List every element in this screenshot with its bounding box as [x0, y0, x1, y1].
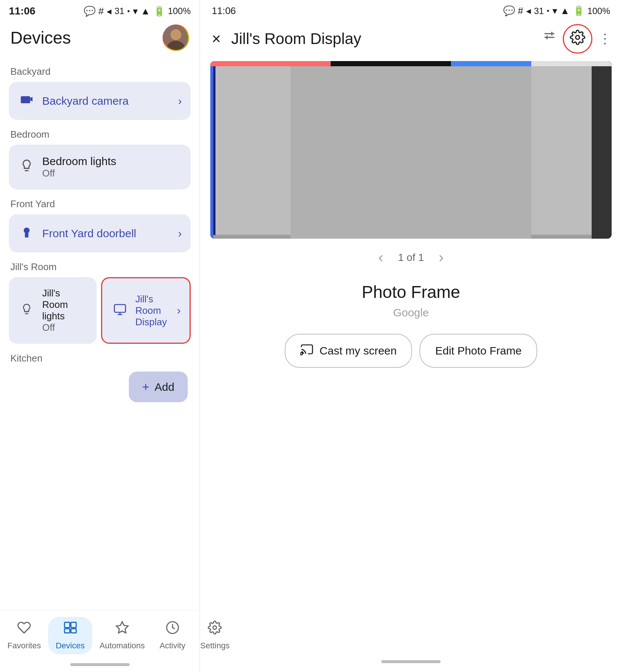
carousel-next[interactable]: ›	[436, 246, 447, 269]
device-status-bedroom-lights: Off	[42, 168, 182, 179]
chevron-icon-frontyard: ›	[178, 227, 182, 240]
battery-icon: 🔋	[153, 6, 165, 17]
devices-icon	[63, 621, 77, 638]
nav-item-favorites[interactable]: Favorites	[0, 617, 48, 654]
svg-rect-28	[433, 61, 508, 64]
svg-rect-14	[71, 629, 76, 633]
avatar-image	[164, 26, 188, 50]
svg-marker-3	[30, 97, 33, 102]
svg-rect-27	[285, 61, 433, 64]
svg-rect-8	[114, 305, 126, 312]
device-screenshot	[210, 61, 612, 239]
signal-icon: ▲	[141, 6, 150, 17]
left-status-icons: 💬 # ◂ 31 • ▾ ▲ 🔋 100%	[84, 6, 191, 17]
card-info-jills-room-display: Jill's Room Display	[136, 293, 171, 328]
svg-rect-11	[64, 622, 70, 628]
edit-photo-frame-button[interactable]: Edit Photo Frame	[419, 334, 537, 368]
card-info-jills-room-lights: Jill's Room lights Off	[42, 288, 88, 333]
svg-point-31	[300, 353, 302, 355]
r-signal-icon: ▲	[560, 5, 570, 17]
location-icon: ◂	[107, 6, 111, 17]
svg-rect-26	[210, 61, 285, 64]
left-time: 11:06	[9, 5, 36, 17]
settings-gear-button[interactable]	[563, 24, 592, 54]
svg-point-5	[24, 228, 30, 233]
nav-label-settings: Settings	[200, 641, 230, 651]
section-label-kitchen: Kitchen	[10, 353, 191, 364]
cast-screen-label: Cast my screen	[320, 345, 397, 357]
device-card-backyard-camera[interactable]: Backyard camera ›	[9, 82, 191, 120]
device-card-jills-room-lights[interactable]: Jill's Room lights Off	[9, 277, 97, 344]
settings-icon	[208, 621, 222, 638]
svg-point-22	[576, 35, 580, 39]
r-battery-icon: 🔋	[573, 5, 585, 17]
add-label: Add	[155, 381, 174, 393]
edit-photo-frame-label: Edit Photo Frame	[435, 345, 521, 357]
card-info-bedroom-lights: Bedroom lights Off	[42, 155, 182, 179]
nav-label-devices: Devices	[56, 641, 84, 651]
light-icon-jills-room	[18, 303, 36, 319]
card-info-backyard-camera: Backyard camera	[42, 95, 171, 107]
bottom-handle	[70, 663, 130, 666]
section-label-frontyard: Front Yard	[10, 198, 191, 210]
carousel-prev[interactable]: ‹	[375, 246, 386, 269]
device-card-jills-room-display[interactable]: Jill's Room Display ›	[101, 277, 191, 344]
display-icon	[111, 302, 129, 319]
close-button[interactable]: ×	[210, 28, 223, 49]
avatar[interactable]	[163, 24, 189, 51]
r-messenger-icon: 💬	[503, 5, 515, 17]
nav-item-settings[interactable]: Settings	[193, 617, 237, 654]
right-page-title: Jill's Room Display	[231, 30, 533, 48]
r-location-icon: ◂	[526, 5, 531, 17]
bottom-nav: Favorites Devices Automations	[0, 610, 200, 663]
cast-screen-button[interactable]: Cast my screen	[285, 334, 412, 368]
nav-label-automations: Automations	[100, 641, 145, 651]
jills-room-row: Jill's Room lights Off Jill's Room Displ…	[9, 277, 191, 344]
left-header: Devices	[0, 20, 200, 57]
plus-icon: +	[142, 380, 150, 394]
nav-label-activity: Activity	[160, 641, 185, 651]
gear-icon	[570, 30, 585, 48]
svg-rect-2	[21, 96, 30, 103]
device-display-name: Photo Frame	[362, 282, 460, 302]
nav-item-activity[interactable]: Activity	[152, 617, 193, 654]
svg-point-17	[213, 626, 217, 629]
svg-rect-23	[210, 61, 215, 239]
right-header: × Jill's Room Display ⋮	[200, 20, 622, 61]
page-title: Devices	[10, 28, 71, 48]
carousel-nav: ‹ 1 of 1 ›	[200, 239, 622, 276]
r-wifi-icon: ▾	[552, 5, 557, 17]
automations-icon	[115, 621, 129, 638]
dot-icon: •	[127, 7, 130, 16]
more-options-icon[interactable]: ⋮	[598, 31, 612, 47]
nav-label-favorites: Favorites	[7, 641, 41, 651]
device-name-jills-room-display: Jill's Room Display	[136, 293, 171, 328]
messenger-icon: 💬	[84, 6, 96, 17]
right-actions: ⋮	[542, 24, 612, 54]
device-name-bedroom-lights: Bedroom lights	[42, 155, 182, 168]
device-name-jills-room-lights: Jill's Room lights	[42, 288, 88, 322]
svg-rect-6	[25, 233, 29, 238]
filter-icon[interactable]	[542, 30, 557, 48]
cast-icon	[300, 343, 314, 359]
right-panel: 11:06 💬 # ◂ 31 • ▾ ▲ 🔋 100% × Jill's Roo…	[200, 0, 622, 672]
camera-icon	[18, 92, 36, 110]
right-bottom-handle	[381, 660, 441, 663]
svg-rect-30	[210, 235, 612, 239]
hashtag-icon: #	[98, 6, 104, 17]
right-status-icons: 💬 # ◂ 31 • ▾ ▲ 🔋 100%	[503, 5, 610, 17]
nav-item-devices[interactable]: Devices	[48, 617, 92, 654]
svg-marker-15	[116, 622, 128, 633]
r-hashtag-icon: #	[518, 5, 523, 17]
device-image-carousel	[210, 61, 612, 239]
svg-rect-13	[64, 629, 70, 633]
device-card-frontyard-doorbell[interactable]: Front Yard doorbell ›	[9, 214, 191, 252]
action-buttons: Cast my screen Edit Photo Frame	[285, 334, 537, 368]
r-dot-icon: •	[547, 7, 549, 15]
svg-rect-29	[604, 61, 612, 239]
right-status-bar: 11:06 💬 # ◂ 31 • ▾ ▲ 🔋 100%	[200, 0, 622, 20]
add-device-button[interactable]: + Add	[129, 372, 188, 402]
device-card-bedroom-lights[interactable]: Bedroom lights Off	[9, 145, 191, 189]
device-detail: Photo Frame Google Cast my screen Edit P…	[200, 276, 622, 380]
nav-item-automations[interactable]: Automations	[92, 617, 152, 654]
